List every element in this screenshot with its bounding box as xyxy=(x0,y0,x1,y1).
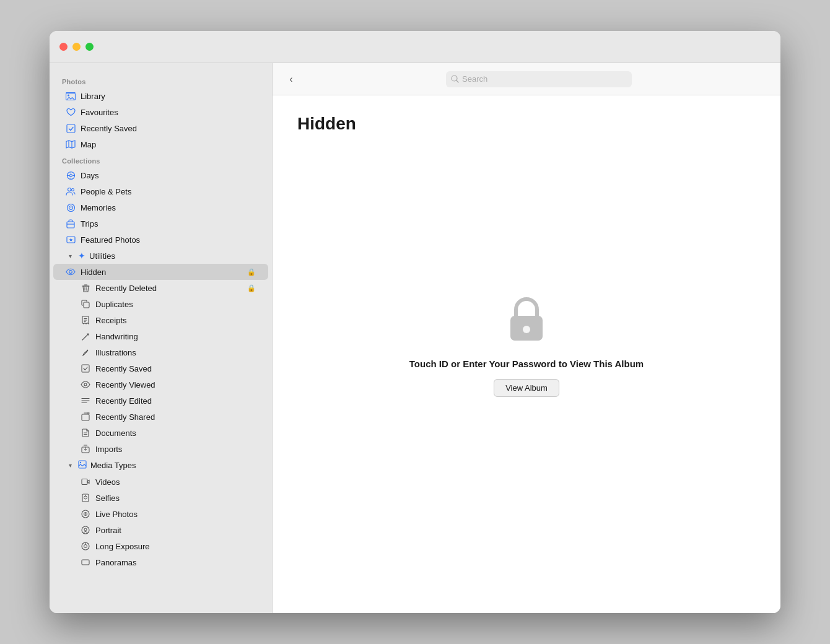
minimize-button[interactable] xyxy=(72,43,81,51)
page-title: Hidden xyxy=(297,114,356,134)
live-photos-label: Live Photos xyxy=(95,510,138,519)
handwriting-icon xyxy=(81,331,90,341)
content-body: Hidden Touch ID or Enter Your xyxy=(273,95,780,613)
svg-rect-35 xyxy=(82,414,89,420)
sidebar-item-duplicates[interactable]: Duplicates xyxy=(53,296,268,312)
sidebar-item-recently-saved[interactable]: Recently Saved xyxy=(53,120,268,136)
utilities-collapse-arrow: ▾ xyxy=(66,251,74,260)
sidebar-item-featured-photos[interactable]: Featured Photos xyxy=(53,232,268,248)
recently-viewed-icon xyxy=(81,380,90,389)
favourites-icon xyxy=(66,107,76,117)
search-placeholder: Search xyxy=(462,74,487,84)
sidebar-item-recently-viewed[interactable]: Recently Viewed xyxy=(53,376,268,393)
sidebar-item-recently-deleted[interactable]: Recently Deleted 🔒 xyxy=(53,280,268,296)
recently-edited-icon xyxy=(81,396,90,406)
sidebar-item-documents[interactable]: Documents xyxy=(53,425,268,441)
hidden-icon xyxy=(66,267,76,277)
svg-rect-53 xyxy=(82,560,89,565)
utilities-section-header[interactable]: ▾ ✦ Utilities xyxy=(53,248,268,264)
illustrations-label: Illustrations xyxy=(95,348,136,357)
duplicates-icon xyxy=(81,299,90,309)
long-exposure-label: Long Exposure xyxy=(95,542,149,551)
sidebar-item-recently-shared[interactable]: Recently Shared xyxy=(53,409,268,425)
media-types-section-header[interactable]: ▾ Media Types xyxy=(53,457,268,474)
duplicates-label: Duplicates xyxy=(95,300,133,309)
sidebar-item-videos[interactable]: Videos xyxy=(53,474,268,490)
illustrations-icon xyxy=(81,347,90,357)
videos-label: Videos xyxy=(95,477,120,487)
days-label: Days xyxy=(81,171,99,180)
sidebar-item-favourites[interactable]: Favourites xyxy=(53,104,268,120)
svg-point-40 xyxy=(80,462,81,463)
receipts-icon xyxy=(81,315,90,325)
svg-point-48 xyxy=(82,526,89,534)
recently-shared-label: Recently Shared xyxy=(95,412,155,422)
traffic-lights xyxy=(59,43,94,51)
sidebar-item-panoramas[interactable]: Panoramas xyxy=(53,554,268,570)
recently-deleted-label: Recently Deleted xyxy=(95,284,157,293)
hidden-lock-icon: 🔒 xyxy=(247,268,256,276)
imports-label: Imports xyxy=(95,445,122,454)
search-bar[interactable]: Search xyxy=(446,71,632,87)
sidebar-item-long-exposure[interactable]: Long Exposure xyxy=(53,538,268,554)
sidebar-item-illustrations[interactable]: Illustrations xyxy=(53,344,268,360)
collections-section-header: Collections xyxy=(50,152,272,167)
sidebar-item-map[interactable]: Map xyxy=(53,136,268,152)
sidebar-item-selfies[interactable]: Selfies xyxy=(53,490,268,506)
sidebar-item-recently-edited[interactable]: Recently Edited xyxy=(53,393,268,409)
utilities-label: Utilities xyxy=(89,251,115,261)
svg-rect-2 xyxy=(67,124,75,133)
sidebar-item-people-pets[interactable]: People & Pets xyxy=(53,183,268,199)
view-album-button[interactable]: View Album xyxy=(494,379,559,397)
documents-label: Documents xyxy=(95,429,136,438)
sidebar-item-imports[interactable]: Imports xyxy=(53,441,268,457)
recently-edited-label: Recently Edited xyxy=(95,396,152,406)
sidebar-item-live-photos[interactable]: Live Photos xyxy=(53,506,268,522)
imports-icon xyxy=(81,444,90,454)
svg-point-49 xyxy=(84,528,87,531)
library-icon xyxy=(66,91,76,101)
svg-point-1 xyxy=(68,95,69,97)
panoramas-label: Panoramas xyxy=(95,558,136,567)
recently-viewed-label: Recently Viewed xyxy=(95,380,155,389)
sidebar-item-portrait[interactable]: Portrait xyxy=(53,522,268,538)
app-window: Photos Library F xyxy=(50,31,780,613)
documents-icon xyxy=(81,428,90,438)
sidebar-item-handwriting[interactable]: Handwriting xyxy=(53,328,268,344)
sidebar-item-days[interactable]: Days xyxy=(53,167,268,183)
lock-message: Touch ID or Enter Your Password to View … xyxy=(409,359,644,369)
sidebar-item-trips[interactable]: Trips xyxy=(53,215,268,232)
main-area: Photos Library F xyxy=(50,63,780,613)
svg-point-6 xyxy=(69,174,72,176)
trips-label: Trips xyxy=(81,219,98,228)
photos-section-header: Photos xyxy=(50,73,272,88)
svg-point-43 xyxy=(84,496,87,499)
long-exposure-icon xyxy=(81,541,90,551)
sidebar-item-recently-saved-sub[interactable]: Recently Saved xyxy=(53,360,268,376)
close-button[interactable] xyxy=(59,43,68,51)
selfies-label: Selfies xyxy=(95,494,120,503)
selfies-icon xyxy=(81,493,90,503)
favourites-label: Favourites xyxy=(81,108,118,117)
svg-point-47 xyxy=(85,513,86,515)
days-icon xyxy=(66,170,76,180)
svg-point-57 xyxy=(523,326,530,333)
svg-point-51 xyxy=(84,545,87,548)
memories-label: Memories xyxy=(81,203,116,212)
svg-rect-23 xyxy=(84,302,89,308)
featured-photos-icon xyxy=(66,235,76,245)
back-button[interactable]: ‹ xyxy=(282,71,300,88)
sidebar-item-library[interactable]: Library xyxy=(53,88,268,104)
trips-icon xyxy=(66,219,76,228)
maximize-button[interactable] xyxy=(85,43,94,51)
sidebar-item-receipts[interactable]: Receipts xyxy=(53,312,268,328)
svg-rect-41 xyxy=(82,479,87,485)
sidebar-item-memories[interactable]: Memories xyxy=(53,199,268,215)
recently-saved-sub-label: Recently Saved xyxy=(95,364,152,373)
sidebar-item-hidden[interactable]: Hidden 🔒 xyxy=(53,264,268,280)
videos-icon xyxy=(81,477,90,487)
svg-point-11 xyxy=(68,188,71,191)
recently-deleted-lock-icon: 🔒 xyxy=(247,284,256,292)
recently-saved-label: Recently Saved xyxy=(81,124,137,133)
portrait-label: Portrait xyxy=(95,526,121,535)
